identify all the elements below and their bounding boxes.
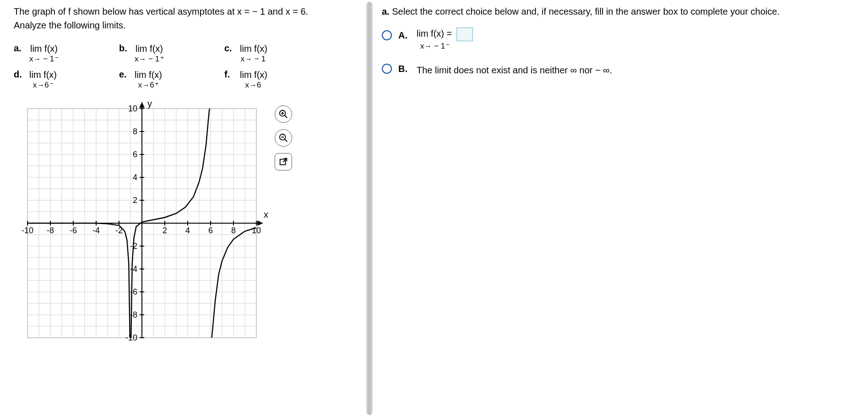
limit-c: c. lim f(x) x→ − 1 bbox=[224, 43, 330, 64]
limit-label: d. bbox=[14, 69, 25, 80]
limit-label: f. bbox=[224, 69, 235, 80]
svg-text:-6: -6 bbox=[70, 226, 77, 235]
svg-text:2: 2 bbox=[133, 196, 137, 205]
limit-b: b. lim f(x) x→ − 1+ bbox=[119, 43, 224, 64]
svg-text:8: 8 bbox=[133, 127, 137, 136]
svg-marker-45 bbox=[257, 220, 263, 226]
radio-b[interactable] bbox=[382, 64, 392, 74]
limit-e: e. lim f(x) x→6+ bbox=[119, 69, 224, 90]
choice-a-limit: lim f(x) = x→ − 1− bbox=[417, 27, 473, 51]
svg-text:4: 4 bbox=[185, 226, 190, 235]
problem-line-1: The graph of f shown below has vertical … bbox=[14, 5, 357, 18]
graph-svg: -10-8-6-4-2246810-10-8-6-4-2246810xy bbox=[14, 95, 270, 351]
svg-text:4: 4 bbox=[133, 173, 137, 182]
graph-controls bbox=[275, 105, 292, 170]
limit-expression: lim f(x) x→ − 1 bbox=[240, 43, 267, 64]
answer-part-label: a. bbox=[382, 6, 390, 16]
limits-list: a. lim f(x) x→ − 1− b. lim f(x) x→ − 1+ … bbox=[14, 43, 357, 90]
panel-divider[interactable] bbox=[366, 2, 373, 415]
svg-text:-10: -10 bbox=[22, 226, 33, 235]
limit-expression: lim f(x) x→6 bbox=[240, 69, 267, 90]
limit-expression: lim f(x) x→6− bbox=[29, 69, 57, 90]
limit-expression: lim f(x) x→6+ bbox=[135, 69, 162, 90]
zoom-out-button[interactable] bbox=[275, 129, 292, 147]
limit-expression: lim f(x) x→ − 1− bbox=[29, 43, 59, 64]
answer-input-box[interactable] bbox=[456, 27, 473, 41]
svg-marker-46 bbox=[139, 102, 145, 108]
answer-prompt-text: Select the correct choice below and, if … bbox=[392, 6, 780, 16]
svg-text:-4: -4 bbox=[130, 264, 137, 274]
svg-text:-8: -8 bbox=[47, 226, 54, 235]
svg-text:-4: -4 bbox=[92, 226, 100, 235]
svg-line-95 bbox=[285, 139, 288, 142]
radio-a[interactable] bbox=[382, 30, 392, 40]
choice-label: B. bbox=[398, 64, 410, 74]
answer-panel: a. Select the correct choice below and, … bbox=[373, 0, 868, 417]
problem-line-2: Analyze the following limits. bbox=[14, 18, 357, 32]
limit-d: d. lim f(x) x→6− bbox=[14, 69, 119, 90]
open-external-icon bbox=[278, 157, 288, 167]
svg-text:10: 10 bbox=[252, 226, 261, 235]
svg-text:2: 2 bbox=[163, 226, 167, 235]
svg-text:8: 8 bbox=[231, 226, 236, 235]
graph-plot: -10-8-6-4-2246810-10-8-6-4-2246810xy bbox=[14, 95, 270, 351]
svg-text:6: 6 bbox=[208, 226, 213, 235]
choice-b-text: The limit does not exist and is neither … bbox=[417, 64, 612, 77]
svg-text:10: 10 bbox=[128, 104, 137, 113]
svg-text:6: 6 bbox=[133, 150, 137, 159]
choice-a-body: lim f(x) = x→ − 1− bbox=[417, 27, 854, 51]
limit-label: a. bbox=[14, 43, 25, 54]
zoom-in-button[interactable] bbox=[275, 105, 292, 123]
choice-a[interactable]: A. lim f(x) = x→ − 1− bbox=[382, 27, 854, 51]
choice-label: A. bbox=[398, 30, 410, 41]
svg-text:-6: -6 bbox=[130, 287, 137, 296]
open-graph-button[interactable] bbox=[275, 153, 292, 170]
limit-label: e. bbox=[119, 69, 130, 80]
problem-statement: The graph of f shown below has vertical … bbox=[14, 5, 357, 32]
svg-text:y: y bbox=[147, 99, 152, 109]
answer-prompt: a. Select the correct choice below and, … bbox=[382, 5, 854, 18]
question-panel: The graph of f shown below has vertical … bbox=[0, 0, 366, 417]
zoom-in-icon bbox=[278, 109, 288, 119]
zoom-out-icon bbox=[278, 133, 288, 143]
limit-a: a. lim f(x) x→ − 1− bbox=[14, 43, 119, 64]
limit-f: f. lim f(x) x→6 bbox=[224, 69, 330, 90]
choice-b[interactable]: B. The limit does not exist and is neith… bbox=[382, 61, 854, 77]
limit-expression: lim f(x) x→ − 1+ bbox=[135, 43, 164, 64]
limit-label: c. bbox=[224, 43, 235, 54]
svg-line-91 bbox=[285, 115, 288, 118]
limit-label: b. bbox=[119, 43, 130, 54]
svg-text:x: x bbox=[264, 209, 268, 219]
